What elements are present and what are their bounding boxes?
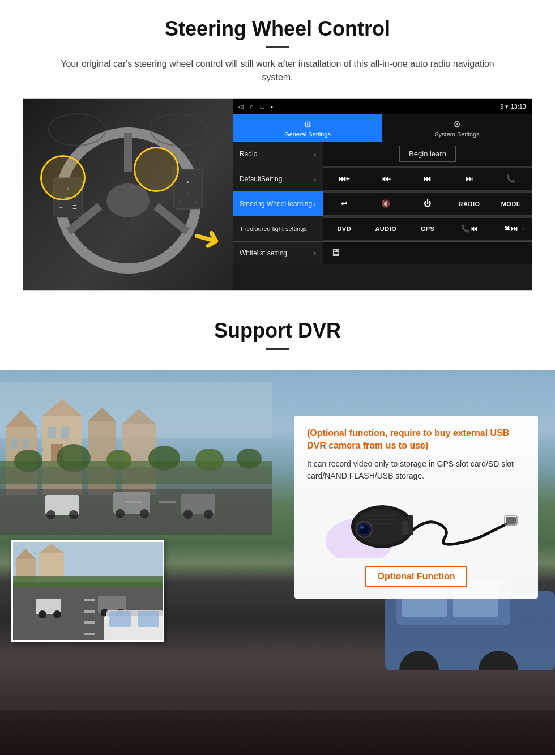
menu-item-default[interactable]: DefaultSetting ›: [233, 166, 323, 191]
btn-audio[interactable]: AUDIO: [365, 218, 407, 240]
tab-general-settings[interactable]: ⚙ General Settings: [233, 114, 382, 142]
home-icon[interactable]: ○: [250, 103, 254, 110]
svg-rect-79: [84, 621, 95, 624]
menu-row-whitelist: Whitelist setting › 🖥: [233, 241, 532, 264]
btn-mute[interactable]: 🔇: [365, 193, 407, 215]
btn-dvd[interactable]: DVD: [323, 218, 365, 240]
btn-phone[interactable]: 📞: [490, 168, 532, 190]
statusbar-nav-icons: ◁ ○ □ ▪: [238, 103, 273, 110]
svg-rect-41: [159, 501, 176, 503]
btn-power[interactable]: ⏻: [407, 193, 449, 215]
btn-vol-up[interactable]: ⏮+: [323, 168, 365, 190]
svg-point-65: [360, 526, 364, 529]
camera-svg: [314, 484, 518, 558]
svg-point-46: [116, 509, 125, 518]
btn-mode[interactable]: MODE: [490, 193, 532, 215]
svg-rect-78: [84, 610, 95, 613]
android-panel: ◁ ○ □ ▪ 9 ▾ 13:13 ⚙ General Settings ⚙ S…: [233, 99, 532, 290]
menu-label-whitelist: Whitelist setting: [240, 249, 287, 257]
menu-icon[interactable]: ▪: [271, 103, 273, 110]
svg-point-15: [49, 114, 105, 146]
steering-section: Steering Wheel Control Your original car…: [0, 0, 555, 302]
menu-item-tricoloured[interactable]: Tricoloured light settings ›: [233, 216, 323, 241]
menu-item-whitelist[interactable]: Whitelist setting ›: [233, 242, 323, 264]
menu-right-radio: Begin learn: [323, 142, 532, 166]
menu-row-tricoloured: Tricoloured light settings › DVD AUDIO G…: [233, 216, 532, 241]
dvr-title-divider: [266, 348, 289, 350]
page-title: Steering Wheel Control: [23, 17, 532, 41]
button-grid-row3: DVD AUDIO GPS 📞⏮ ✖⏭: [323, 216, 532, 241]
svg-text:▸: ▸: [187, 179, 190, 185]
btn-next-track[interactable]: ⏭: [449, 168, 490, 190]
recents-icon[interactable]: □: [261, 103, 264, 110]
svg-rect-89: [109, 611, 131, 627]
optional-badge-container: Optional Function: [307, 566, 526, 587]
cars-svg: [0, 467, 272, 535]
svg-rect-20: [11, 438, 18, 449]
svg-point-4: [106, 183, 150, 217]
cars-area: [0, 467, 272, 535]
svg-rect-67: [408, 515, 413, 535]
menu-item-steering[interactable]: Steering Wheel learning ›: [233, 191, 323, 216]
svg-point-44: [69, 510, 78, 519]
settings-icon: ⚙: [304, 119, 311, 130]
dvr-optional-text: (Optional function, require to buy exter…: [307, 427, 526, 452]
android-statusbar: ◁ ○ □ ▪ 9 ▾ 13:13: [233, 99, 532, 114]
svg-line-3: [156, 206, 187, 232]
menu-row-steering: Steering Wheel learning › ↩ 🔇 ⏻ RADIO MO…: [233, 191, 532, 216]
chevron-icon-2: ›: [314, 175, 316, 183]
btn-radio[interactable]: RADIO: [449, 193, 490, 215]
svg-text:↩: ↩: [59, 206, 63, 210]
bottom-icon-area: 🖥: [323, 242, 532, 264]
tab-system-settings[interactable]: ⚙ System Settings: [382, 114, 532, 142]
back-icon[interactable]: ◁: [238, 103, 243, 110]
optional-function-badge: Optional Function: [365, 566, 468, 587]
svg-rect-25: [61, 427, 69, 438]
section-subtitle: Your original car's steering wheel contr…: [45, 57, 510, 84]
btn-end-next[interactable]: ✖⏭: [490, 218, 532, 240]
thumbnail-svg: [13, 542, 164, 642]
btn-gps[interactable]: GPS: [407, 218, 449, 240]
button-grid-row1: ⏮+ ⏮- ⏮ ⏭ 📞: [323, 166, 532, 191]
screen-icon: 🖥: [330, 247, 340, 259]
svg-rect-70: [13, 542, 164, 582]
svg-text:+: +: [180, 200, 182, 204]
dvr-camera-illustration: [307, 490, 526, 558]
menu-label-default: DefaultSetting: [240, 175, 282, 183]
dvr-description: It can record video only to storage in G…: [307, 458, 526, 482]
svg-point-16: [151, 114, 207, 146]
dvr-title-area: Support DVR: [0, 302, 555, 370]
highlight-circle-left: [40, 155, 86, 200]
menu-item-radio[interactable]: Radio ›: [233, 142, 323, 166]
svg-point-49: [183, 510, 193, 519]
chevron-icon-4: ›: [523, 225, 525, 233]
dashboard-area: [0, 710, 555, 755]
svg-text:☰: ☰: [72, 204, 77, 210]
tab-system-label: System Settings: [434, 131, 479, 138]
btn-vol-down[interactable]: ⏮-: [365, 168, 407, 190]
svg-rect-24: [48, 427, 56, 438]
svg-point-50: [204, 510, 213, 519]
android-tabs: ⚙ General Settings ⚙ System Settings: [233, 114, 532, 142]
menu-label-steering: Steering Wheel learning: [240, 200, 312, 208]
svg-point-82: [39, 610, 46, 618]
steering-composite: + — ↩ ☰ ▸ ○ + - ➜: [23, 98, 532, 291]
dvr-section: Support DVR: [0, 302, 555, 755]
statusbar-time: 9 ▾ 13:13: [500, 103, 526, 110]
svg-point-43: [46, 510, 56, 519]
btn-back-call[interactable]: ↩: [323, 193, 365, 215]
btn-call-prev[interactable]: 📞⏮: [449, 218, 490, 240]
chevron-icon: ›: [314, 150, 316, 158]
system-icon: ⚙: [453, 119, 461, 130]
menu-row-radio: Radio › Begin learn: [233, 142, 532, 166]
svg-rect-68: [506, 517, 516, 524]
svg-point-83: [53, 610, 61, 618]
begin-learn-btn[interactable]: Begin learn: [399, 146, 456, 162]
steering-wheel-photo: + — ↩ ☰ ▸ ○ + - ➜: [23, 99, 233, 291]
chevron-icon-3: ›: [314, 200, 316, 208]
dvr-info-panel: (Optional function, require to buy exter…: [294, 416, 538, 599]
btn-prev-track[interactable]: ⏮: [407, 168, 449, 190]
tab-general-label: General Settings: [284, 131, 331, 138]
svg-point-37: [237, 449, 262, 469]
svg-point-47: [140, 509, 149, 518]
